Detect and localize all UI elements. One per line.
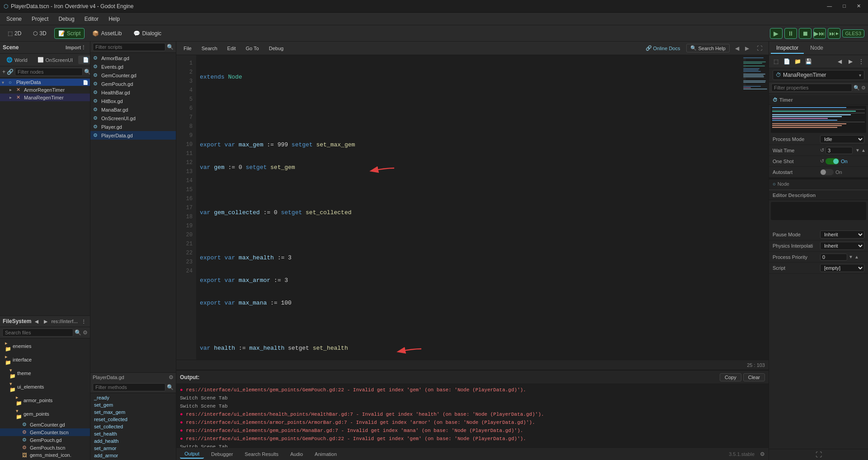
scene-tab-world[interactable]: 🌐 World — [2, 56, 32, 64]
script-item-onscreenui[interactable]: ⚙ OnScreenUI.gd — [90, 114, 176, 122]
insp-next-button[interactable]: ▶ — [845, 56, 855, 66]
output-tab-animation[interactable]: Animation — [310, 450, 341, 458]
goto-menu-button[interactable]: Go To — [242, 45, 263, 52]
search-menu-button[interactable]: Search — [198, 45, 221, 52]
insp-create-button[interactable]: 📄 — [782, 56, 792, 66]
inspector-tab-inspector[interactable]: Inspector — [771, 43, 804, 54]
assetlib-button[interactable]: 📦 AssetLib — [88, 28, 126, 39]
expand-inspector-icon[interactable]: ⛶ — [816, 451, 822, 458]
script-item-player[interactable]: ⚙ Player.gd — [90, 122, 176, 131]
script-item-manabar[interactable]: ⚙ ManaBar.gd — [90, 105, 176, 114]
process-priority-value[interactable]: ▼ ▲ — [820, 253, 864, 261]
maximize-button[interactable]: □ — [839, 2, 849, 10]
method-item-set_max_gem[interactable]: set_max_gem — [90, 408, 176, 416]
method-item-reset_collected[interactable]: reset_collected — [90, 416, 176, 423]
fs-item-theme[interactable]: ▾📁 theme — [0, 366, 90, 380]
process-mode-select[interactable]: Idle Physics — [820, 135, 864, 143]
script-value[interactable]: [empty] — [820, 264, 864, 272]
method-item-set_health[interactable]: set_health — [90, 430, 176, 437]
script-select[interactable]: [empty] — [820, 264, 864, 272]
fs-item-gempouch-gd[interactable]: ⚙ GemPouch.gd — [0, 436, 90, 444]
scene-menu-button[interactable]: ⋮ — [79, 43, 87, 52]
fs-search-icon[interactable]: 🔍 — [75, 329, 81, 336]
mode-2d-button[interactable]: ⬚ 2D — [4, 28, 25, 39]
clear-button[interactable]: Clear — [743, 373, 765, 381]
scene-tab-onscreenui[interactable]: ⬜ OnScreenUI — [33, 56, 78, 64]
fs-item-gems-icon[interactable]: 🖼 gems_mixed_icon. — [0, 451, 90, 459]
fs-item-gem_points[interactable]: ▾📁 gem_points — [0, 407, 90, 421]
method-item-ready[interactable]: _ready — [90, 394, 176, 401]
one-shot-reset-icon[interactable]: ↺ — [820, 158, 824, 164]
online-docs-button[interactable]: 🔗 Online Docs — [642, 44, 684, 52]
script-search-icon[interactable]: 🔍 — [167, 44, 174, 50]
physics-interp-value[interactable]: Inherit Off On — [820, 242, 864, 250]
method-search-icon[interactable]: 🔍 — [167, 384, 174, 390]
insp-open-button[interactable]: 📁 — [793, 56, 802, 66]
script-item-armorbar[interactable]: ⚙ ArmorBar.gd — [90, 54, 176, 62]
script-filter-input[interactable] — [93, 43, 165, 51]
code-content[interactable]: extends Node export var max_gem := 999 s… — [196, 55, 741, 360]
node-type-display[interactable]: ⏱ ManaRegenTimer ▾ — [773, 70, 864, 80]
pause-mode-select[interactable]: Inherit Stop Process — [820, 230, 864, 239]
search-help-button[interactable]: 🔍 Search Help — [686, 44, 730, 52]
wait-time-input[interactable] — [826, 147, 853, 154]
menu-scene[interactable]: Scene — [2, 14, 26, 23]
output-tab-debugger[interactable]: Debugger — [207, 450, 237, 458]
import-button[interactable]: Import — [69, 43, 77, 52]
play-button[interactable]: ▶ — [770, 28, 783, 39]
instance-button[interactable]: 🔗 — [7, 69, 14, 75]
menu-editor[interactable]: Editor — [80, 14, 103, 23]
output-tab-search[interactable]: Search Results — [240, 450, 283, 458]
insp-prev-button[interactable]: ◀ — [835, 56, 844, 66]
priority-step-up[interactable]: ▲ — [854, 254, 859, 259]
method-item-add_health[interactable]: add_health — [90, 437, 176, 445]
scene-tab-playerdata[interactable]: 📄 PlayerData — [78, 56, 90, 64]
mode-3d-button[interactable]: ⬡ 3D — [29, 28, 50, 39]
copy-button[interactable]: Copy — [720, 373, 741, 381]
one-shot-toggle-btn[interactable] — [826, 158, 839, 164]
dialogic-button[interactable]: 💬 Dialogic — [129, 28, 165, 39]
script-item-gempouch[interactable]: ⚙ GemPouch.gd — [90, 80, 176, 88]
one-shot-toggle[interactable]: On — [826, 158, 848, 164]
forward-arrow-button[interactable]: ▶ — [742, 44, 751, 53]
script-item-gemcounter[interactable]: ⚙ GemCounter.gd — [90, 71, 176, 80]
filter-props-search-icon[interactable]: 🔍 — [854, 85, 860, 91]
fs-item-enemies[interactable]: ▸📁 enemies — [0, 339, 90, 353]
script-list-settings-icon[interactable]: ⚙ — [169, 374, 174, 380]
fs-search-input[interactable] — [2, 329, 73, 337]
filter-properties-input[interactable] — [771, 84, 852, 92]
fs-item-gemcounter-tscn[interactable]: ⚙ GemCounter.tscn — [0, 428, 90, 436]
pause-button[interactable]: ⏸ — [784, 28, 797, 39]
fs-item-gempouch-tscn[interactable]: ⚙ GemPouch.tscn — [0, 444, 90, 451]
close-button[interactable]: ✕ — [853, 2, 864, 10]
autostart-value[interactable]: On — [820, 169, 864, 175]
tree-item-armorregenttimer[interactable]: ▸ ✕ ArmorRegenTimer — [0, 86, 90, 94]
filter-props-options-icon[interactable]: ⚙ — [861, 85, 866, 91]
fs-item-gemcounter-gd[interactable]: ⚙ GemCounter.gd — [0, 421, 90, 428]
fs-menu-button[interactable]: ⋮ — [80, 318, 87, 325]
wait-time-reset-icon[interactable]: ↺ — [820, 147, 824, 153]
script-item-hitbox[interactable]: ⚙ HitBox.gd — [90, 97, 176, 105]
script-item-playerdata[interactable]: ⚙ PlayerData.gd — [90, 131, 176, 140]
play-custom-button[interactable]: ⏭▶ — [828, 28, 840, 39]
method-filter-input[interactable] — [93, 383, 165, 391]
script-item-healthbar[interactable]: ⚙ HealthBar.gd — [90, 88, 176, 97]
fs-item-armor_points[interactable]: ▸📁 armor_points — [0, 394, 90, 407]
debug-menu-button[interactable]: Debug — [265, 45, 287, 52]
fullscreen-button[interactable]: ⛶ — [754, 43, 765, 54]
stop-button[interactable]: ⏹ — [799, 28, 811, 39]
priority-step-down[interactable]: ▼ — [849, 254, 853, 259]
method-item-set_gem[interactable]: set_gem — [90, 401, 176, 408]
fs-forward-button[interactable]: ▶ — [42, 318, 49, 325]
process-mode-value[interactable]: Idle Physics — [820, 135, 864, 143]
fs-item-interface[interactable]: ▸📁 interface — [0, 353, 90, 366]
insp-history-button[interactable]: ⬚ — [771, 56, 781, 66]
autostart-toggle[interactable]: On — [820, 169, 842, 175]
inspector-tab-node[interactable]: Node — [805, 43, 829, 54]
wait-time-value[interactable]: ↺ ▼ ▲ — [820, 147, 866, 154]
method-item-set_collected[interactable]: set_collected — [90, 423, 176, 430]
autostart-toggle-btn[interactable] — [820, 169, 834, 175]
fs-back-button[interactable]: ◀ — [33, 318, 40, 325]
edit-menu-button[interactable]: Edit — [224, 45, 240, 52]
tree-item-manaregenttimer[interactable]: ▸ ✕ ManaRegenTimer — [0, 94, 90, 101]
